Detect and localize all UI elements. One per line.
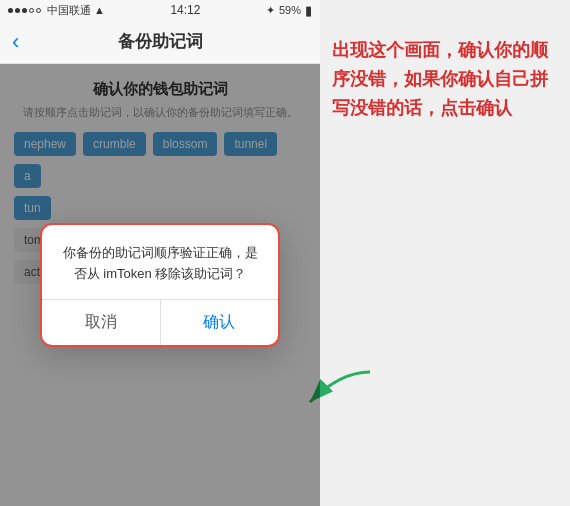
carrier-label: 中国联通 xyxy=(47,3,91,18)
battery-icon: ▮ xyxy=(305,3,312,18)
signal-dot-3 xyxy=(22,8,27,13)
nav-title: 备份助记词 xyxy=(118,30,203,53)
signal-dot-2 xyxy=(15,8,20,13)
bluetooth-icon: ✦ xyxy=(266,4,275,17)
page-content: 确认你的钱包助记词 请按顺序点击助记词，以确认你的备份助记词填写正确。 neph… xyxy=(0,64,320,506)
signal-dots xyxy=(8,8,41,13)
dialog-actions: 取消 确认 xyxy=(42,299,278,345)
phone-screen: 中国联通 ▲ 14:12 ✦ 59% ▮ ‹ 备份助记词 确认你的钱包助记词 请… xyxy=(0,0,320,506)
annotation-text: 出现这个画面，确认你的顺序没错，如果你确认自己拼写没错的话，点击确认 xyxy=(332,36,558,122)
signal-dot-1 xyxy=(8,8,13,13)
battery-label: 59% xyxy=(279,4,301,16)
dialog-cancel-button[interactable]: 取消 xyxy=(42,300,161,345)
back-button[interactable]: ‹ xyxy=(12,31,19,53)
status-right: ✦ 59% ▮ xyxy=(266,3,312,18)
dialog-body: 你备份的助记词顺序验证正确，是否从 imToken 移除该助记词？ xyxy=(42,225,278,299)
annotation-panel: 出现这个画面，确认你的顺序没错，如果你确认自己拼写没错的话，点击确认 xyxy=(320,0,570,506)
dialog-text: 你备份的助记词顺序验证正确，是否从 imToken 移除该助记词？ xyxy=(58,243,262,285)
wifi-icon: ▲ xyxy=(94,4,105,16)
signal-dot-5 xyxy=(36,8,41,13)
signal-dot-4 xyxy=(29,8,34,13)
dialog-box: 你备份的助记词顺序验证正确，是否从 imToken 移除该助记词？ 取消 确认 xyxy=(40,223,280,347)
dialog-confirm-button[interactable]: 确认 xyxy=(161,300,279,345)
status-bar: 中国联通 ▲ 14:12 ✦ 59% ▮ xyxy=(0,0,320,20)
nav-bar: ‹ 备份助记词 xyxy=(0,20,320,64)
status-time: 14:12 xyxy=(170,3,200,17)
dialog-overlay: 你备份的助记词顺序验证正确，是否从 imToken 移除该助记词？ 取消 确认 xyxy=(0,64,320,506)
status-left: 中国联通 ▲ xyxy=(8,3,105,18)
